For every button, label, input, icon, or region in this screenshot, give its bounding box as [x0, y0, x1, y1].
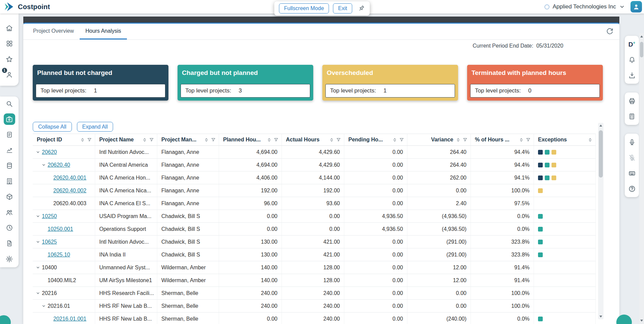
tab-hours-analysis[interactable]: Hours Analysis: [80, 24, 127, 39]
column-header-exceptions[interactable]: Exceptions: [534, 134, 596, 145]
nav-time[interactable]: [4, 222, 15, 234]
table-row[interactable]: 10250USAID Program Ma...Chadwick, Bill S…: [33, 210, 596, 223]
sort-icon[interactable]: [588, 138, 592, 142]
exit-button[interactable]: Exit: [333, 3, 352, 14]
action-keyboard[interactable]: [626, 167, 638, 179]
filter-icon[interactable]: [526, 137, 531, 142]
page-scrollbar-thumb[interactable]: [640, 42, 643, 57]
row-collapse-chevron-icon[interactable]: [36, 266, 42, 269]
filter-icon[interactable]: [336, 137, 341, 142]
project-id-link[interactable]: 20620.40.002: [53, 188, 86, 194]
project-id-link[interactable]: 20620.40: [48, 162, 70, 168]
sort-icon[interactable]: [519, 138, 524, 142]
project-id-link[interactable]: 10250: [42, 213, 57, 219]
pin-icon[interactable]: [357, 5, 365, 12]
table-row[interactable]: 20620.40INA Central AmericaFlanagan, Ann…: [33, 159, 596, 171]
sort-icon[interactable]: [142, 138, 147, 142]
row-collapse-chevron-icon[interactable]: [36, 150, 42, 154]
column-header-planned-hou[interactable]: Planned Hou...: [219, 134, 282, 145]
tab-project-overview[interactable]: Project Overview: [27, 24, 80, 39]
project-id-link[interactable]: 10250.001: [48, 226, 73, 232]
nav-people[interactable]: [4, 207, 15, 218]
sort-icon[interactable]: [267, 138, 271, 142]
row-collapse-chevron-icon[interactable]: [36, 291, 42, 295]
table-row[interactable]: 10625.10INA India IIChadwick, Bill S130.…: [33, 248, 596, 261]
column-header-project-man[interactable]: Project Man...: [157, 134, 219, 145]
column-header-project-id[interactable]: Project ID: [33, 134, 95, 145]
table-row[interactable]: 10250.001Operations SupportChadwick, Bil…: [33, 223, 596, 236]
refresh-icon[interactable]: [606, 27, 614, 36]
page-scroll-down-arrow[interactable]: [639, 318, 644, 323]
action-import-export[interactable]: [626, 70, 638, 81]
user-avatar[interactable]: [630, 1, 642, 12]
table-row[interactable]: 20216HHS Research Facili...Sherman, Bell…: [33, 287, 596, 300]
summary-card-terminated-with-planned-hours[interactable]: Terminated with planned hoursTop level p…: [467, 65, 603, 101]
collapse-all-button[interactable]: Collapse All: [33, 122, 72, 132]
expand-all-button[interactable]: Expand All: [77, 122, 113, 132]
row-collapse-chevron-icon[interactable]: [42, 163, 48, 167]
project-id-link[interactable]: 20620: [42, 149, 57, 155]
sort-icon[interactable]: [393, 138, 397, 142]
project-id-link[interactable]: 20216.01.001: [53, 316, 86, 322]
summary-card-charged-but-not-planned[interactable]: Charged but not plannedTop level project…: [178, 65, 313, 101]
row-collapse-chevron-icon[interactable]: [36, 240, 42, 244]
company-selector[interactable]: Applied Technologies Inc: [544, 3, 625, 10]
nav-reports[interactable]: [4, 144, 15, 156]
table-row[interactable]: 10625Intl Nutrition Advoc...Chadwick, Bi…: [33, 236, 596, 248]
page-scroll-up-arrow[interactable]: [639, 34, 644, 39]
summary-card-planned-but-not-charged[interactable]: Planned but not chargedTop level project…: [33, 65, 168, 101]
table-row[interactable]: 10400.MIL2UM AirSys Milestone1Wilderman,…: [33, 274, 596, 287]
summary-card-overscheduled[interactable]: OverscheduledTop level projects:1: [322, 65, 458, 101]
column-header-actual-hours[interactable]: Actual Hours: [282, 134, 344, 145]
filter-icon[interactable]: [463, 137, 467, 142]
column-header-of-hours[interactable]: % of Hours ...: [471, 134, 534, 145]
table-scroll-up-arrow[interactable]: [598, 123, 603, 128]
sort-icon[interactable]: [80, 138, 85, 142]
action-help[interactable]: [626, 183, 638, 194]
nav-settings[interactable]: [4, 253, 15, 265]
nav-home[interactable]: [4, 22, 15, 34]
action-print[interactable]: [626, 95, 638, 107]
action-voice[interactable]: [626, 136, 638, 148]
filter-icon[interactable]: [149, 137, 154, 142]
row-collapse-chevron-icon[interactable]: [36, 214, 42, 218]
nav-documents[interactable]: [4, 238, 15, 249]
filter-icon[interactable]: [399, 137, 404, 142]
filter-icon[interactable]: [211, 137, 216, 142]
action-deltek[interactable]: D+: [626, 38, 638, 50]
nav-inventory[interactable]: [4, 191, 15, 202]
table-row[interactable]: 20216.01HHS RF New Lab B...Sherman, Bell…: [33, 300, 596, 313]
filter-icon[interactable]: [274, 137, 278, 142]
sort-icon[interactable]: [456, 138, 460, 142]
nav-projects[interactable]: [4, 113, 15, 125]
filter-icon[interactable]: [87, 137, 92, 142]
table-row[interactable]: 20216.01.001HHS RF New Lab B...Sherman, …: [33, 313, 596, 324]
column-header-pending-ho[interactable]: Pending Ho...: [344, 134, 407, 145]
assistant-bubble-left[interactable]: [0, 315, 11, 324]
table-row[interactable]: 20620Intl Nutrition Advoc...Flanagan, An…: [33, 146, 596, 159]
column-header-project-name[interactable]: Project Name: [95, 134, 157, 145]
nav-apps[interactable]: [4, 38, 15, 49]
action-notifications[interactable]: [626, 54, 638, 65]
action-calculator[interactable]: [626, 111, 638, 122]
fullscreen-mode-button[interactable]: Fullscreen Mode: [279, 3, 329, 14]
sort-icon[interactable]: [329, 138, 334, 142]
table-row[interactable]: 20620.40.002INA C America Nica...Flanaga…: [33, 184, 596, 197]
table-row[interactable]: 10400Unmanned Air Syst...Wilderman, Ambe…: [33, 261, 596, 274]
nav-favorites[interactable]: [4, 53, 15, 65]
project-id-link[interactable]: 20620.40.001: [53, 175, 86, 181]
nav-profile[interactable]: 1: [4, 69, 15, 80]
row-collapse-chevron-icon[interactable]: [42, 304, 48, 308]
nav-notes[interactable]: [4, 129, 15, 140]
project-id-link[interactable]: 10625.10: [48, 252, 70, 258]
table-row[interactable]: 20620.40.003INA C America El S...Flanaga…: [33, 197, 596, 210]
column-header-variance[interactable]: Variance: [407, 134, 471, 145]
nav-search[interactable]: [4, 98, 15, 109]
page-scrollbar[interactable]: [639, 33, 644, 324]
table-row[interactable]: 20620.40.001INA C America Hon...Flanagan…: [33, 171, 596, 184]
nav-data[interactable]: [4, 160, 15, 171]
nav-organization[interactable]: [4, 176, 15, 187]
sort-icon[interactable]: [204, 138, 209, 142]
project-id-link[interactable]: 10625: [42, 239, 57, 245]
table-scroll-down-arrow[interactable]: [598, 314, 603, 319]
